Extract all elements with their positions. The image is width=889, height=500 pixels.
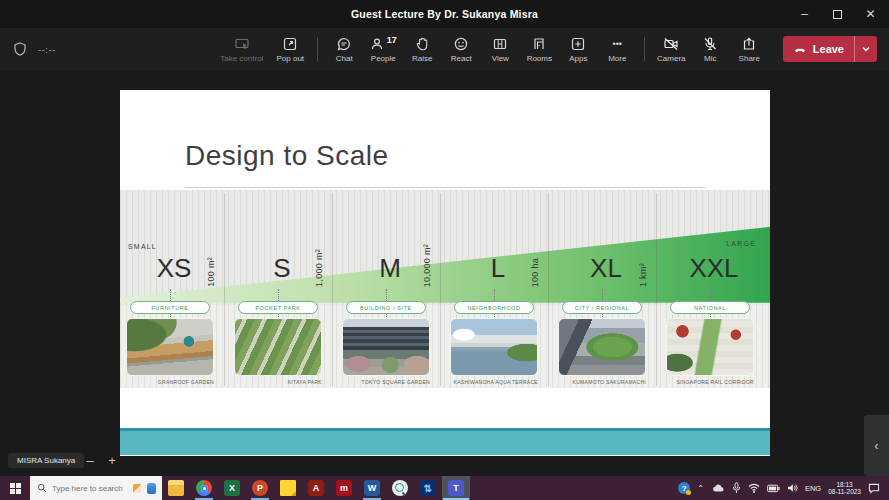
share-icon [741, 36, 757, 52]
people-icon-row: 17 [370, 36, 397, 52]
taskbar-acrobat[interactable]: A [302, 476, 330, 500]
action-center-icon[interactable] [868, 483, 880, 494]
small-end-label: SMALL [128, 243, 157, 250]
chevron-left-icon: ‹ [874, 438, 878, 453]
leave-button-group: Leave [783, 36, 877, 62]
tray-chevron-up-icon[interactable]: ⌃ [697, 484, 704, 493]
title-underline [185, 187, 705, 188]
more-dots-icon: ••• [613, 36, 622, 52]
clock[interactable]: 18:13 08-11-2023 [828, 481, 861, 496]
meeting-timer: --:-- [38, 44, 56, 55]
people-icon [370, 36, 386, 52]
language-indicator[interactable]: ENG [805, 484, 821, 493]
hang-up-icon [793, 42, 807, 56]
scale-divider [332, 193, 333, 386]
caption-kumamoto: KUMAMOTO SAKURAMACHI [558, 379, 646, 385]
rooms-button[interactable]: Rooms [520, 36, 559, 63]
photo-kashiwanoha [450, 318, 538, 376]
apps-plus-icon [570, 36, 586, 52]
category-pill-pocket-park: POCKET PARK [238, 301, 318, 314]
file-explorer-icon [168, 480, 184, 496]
window-title: Guest Lecture By Dr. Sukanya Misra [351, 8, 538, 20]
taskbar-mendeley[interactable]: m [330, 476, 358, 500]
powerpoint-icon: P [252, 480, 268, 496]
taskbar-sync-app[interactable]: ⇅ [414, 476, 442, 500]
caption-granroof: GRANROOF GARDEN [126, 379, 214, 385]
chat-button[interactable]: Chat [325, 36, 364, 63]
search-icon [37, 483, 47, 493]
presentation-stage: Design to Scale SMALL LARGE XS S M L XL … [0, 70, 889, 476]
zoom-in-button[interactable]: + [102, 451, 122, 469]
apps-button[interactable]: Apps [559, 36, 598, 63]
teams-icon: T [448, 480, 464, 496]
leave-options-button[interactable] [855, 36, 877, 62]
taskbar-teams[interactable]: T [442, 476, 470, 500]
wifi-icon[interactable] [748, 483, 760, 493]
camera-button[interactable]: Camera [652, 36, 691, 63]
scale-divider [224, 193, 225, 386]
raise-hand-icon [414, 36, 430, 52]
taskbar-file-explorer[interactable] [162, 476, 190, 500]
close-icon: ✕ [865, 7, 875, 21]
raise-hand-button[interactable]: Raise [403, 36, 442, 63]
taskbar-word[interactable]: W [358, 476, 386, 500]
restore-button[interactable] [821, 0, 854, 28]
sync-arrows-icon: ⇅ [420, 480, 436, 496]
tray-mic-icon[interactable] [732, 482, 741, 494]
shared-slide: Design to Scale SMALL LARGE XS S M L XL … [120, 90, 770, 456]
taskbar-sticky-notes[interactable] [274, 476, 302, 500]
size-xxl: XXL [660, 253, 768, 284]
caption-kitaya: KITAYA PARK [234, 379, 322, 385]
teams-meeting-window: Guest Lecture By Dr. Sukanya Misra – ✕ -… [0, 0, 889, 500]
minimize-button[interactable]: – [788, 0, 821, 28]
collapse-panel-button[interactable]: ‹ [864, 415, 889, 476]
help-icon[interactable]: ? [678, 482, 690, 494]
title-bar: Guest Lecture By Dr. Sukanya Misra – ✕ [0, 0, 889, 28]
scale-divider [548, 193, 549, 386]
shield-icon [12, 41, 28, 57]
scale-divider [440, 193, 441, 386]
category-pill-building: BUILDING / SITE [346, 301, 426, 314]
leave-button[interactable]: Leave [783, 36, 854, 62]
measure-1km2: 1 km² [638, 263, 648, 287]
pop-out-button[interactable]: Pop out [271, 36, 310, 63]
volume-icon[interactable] [787, 483, 798, 493]
people-button[interactable]: 17 People [364, 36, 403, 63]
start-button[interactable] [0, 476, 30, 500]
photo-singapore-corridor [666, 318, 754, 376]
close-button[interactable]: ✕ [854, 0, 887, 28]
take-control-icon [234, 36, 250, 52]
measure-100ha: 100 ha [530, 258, 540, 287]
photo-kumamoto [558, 318, 646, 376]
more-button[interactable]: ••• More [598, 36, 637, 63]
measure-100m2: 100 m² [206, 257, 216, 287]
restore-icon [833, 10, 842, 19]
share-button[interactable]: Share [730, 36, 769, 63]
meeting-toolbar: --:-- Take control Pop out Chat 17 Peopl… [0, 28, 889, 70]
onedrive-cloud-icon[interactable] [711, 482, 725, 494]
caption-singapore: SINGAPORE RAIL CORRIDOR [666, 379, 754, 385]
window-controls: – ✕ [788, 0, 887, 28]
tray-date: 08-11-2023 [828, 488, 861, 496]
taskbar-chrome[interactable] [190, 476, 218, 500]
slide-title: Design to Scale [185, 140, 389, 172]
category-pill-furniture: FURNITURE [130, 301, 210, 314]
caption-tokyo: TOKYO SQUARE GARDEN [342, 379, 430, 385]
camera-off-icon [663, 36, 679, 52]
react-button[interactable]: React [442, 36, 481, 63]
battery-icon[interactable] [767, 484, 780, 493]
taskbar-powerpoint[interactable]: P [246, 476, 274, 500]
category-pill-neighborhood: NEIGHBORHOOD [454, 301, 534, 314]
zoom-out-button[interactable]: – [80, 451, 100, 469]
view-button[interactable]: View [481, 36, 520, 63]
system-tray: ? ⌃ ENG 18:13 08-11-2023 [678, 476, 889, 500]
mic-button[interactable]: Mic [691, 36, 730, 63]
taskbar-excel[interactable]: X [218, 476, 246, 500]
take-control-button[interactable]: Take control [213, 36, 271, 63]
sticky-notes-icon [280, 480, 296, 496]
chrome-icon [196, 480, 212, 496]
taskbar-search-app[interactable] [386, 476, 414, 500]
search-input[interactable] [52, 484, 128, 493]
taskbar-search[interactable] [30, 476, 162, 500]
react-smiley-icon [453, 36, 469, 52]
